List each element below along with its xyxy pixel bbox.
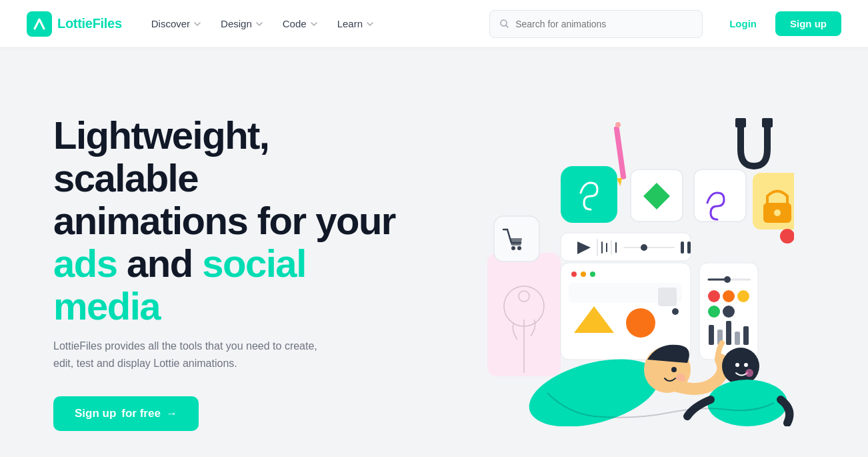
svg-point-7 [581,272,586,277]
svg-rect-31 [694,169,746,221]
logo-link[interactable]: LottieFiles [27,11,122,37]
signup-button[interactable]: Sign up [775,11,841,36]
chevron-down-icon [365,19,375,29]
svg-point-64 [707,380,787,426]
svg-point-50 [641,244,647,251]
svg-rect-27 [743,326,749,345]
svg-point-20 [737,290,749,302]
search-icon [499,19,510,29]
svg-rect-35 [613,125,626,179]
svg-point-63 [745,369,753,377]
svg-point-58 [671,367,677,372]
svg-rect-28 [561,166,617,223]
svg-rect-26 [735,332,740,345]
chevron-down-icon [193,19,202,29]
svg-rect-38 [735,118,746,127]
svg-point-8 [590,272,595,277]
svg-rect-12 [658,288,677,306]
nav-item-discover[interactable]: Discover [143,13,210,35]
svg-point-54 [511,246,515,250]
svg-point-60 [722,348,759,385]
svg-rect-39 [762,118,773,127]
logo-icon [27,11,52,37]
hero-description: LottieFiles provides all the tools that … [53,338,333,372]
svg-rect-51 [681,242,684,254]
svg-point-41 [780,229,794,244]
hero-svg [447,106,794,426]
hero-content: Lightweight, scalable animations for you… [53,114,427,430]
svg-rect-52 [687,242,691,254]
svg-point-17 [724,276,731,283]
nav-actions: Login Sign up [719,11,841,36]
logo-text: LottieFiles [57,16,122,31]
nav-item-design[interactable]: Design [213,13,272,35]
svg-point-22 [723,306,735,318]
svg-point-61 [735,363,739,367]
hero-cta-button[interactable]: Sign up for free → [53,396,199,431]
svg-point-34 [774,209,781,216]
chevron-down-icon [255,19,264,29]
svg-point-55 [517,246,521,250]
search-input[interactable] [515,19,693,29]
hero-title: Lightweight, scalable animations for you… [53,114,400,327]
nav-links: Discover Design Code Learn [143,13,484,35]
chevron-down-icon [309,19,319,29]
svg-rect-23 [709,325,714,345]
svg-point-18 [708,290,720,302]
login-button[interactable]: Login [719,13,767,35]
nav-item-code[interactable]: Code [275,13,327,35]
nav-item-learn[interactable]: Learn [329,13,383,35]
svg-point-11 [626,308,655,338]
hero-illustration [427,106,815,440]
svg-point-21 [708,306,720,318]
svg-point-37 [615,122,621,127]
hero-section: Lightweight, scalable animations for you… [0,48,868,457]
svg-point-6 [571,272,577,277]
svg-point-62 [744,363,748,367]
svg-rect-25 [726,321,731,345]
svg-point-13 [672,308,679,315]
search-bar[interactable] [489,10,703,38]
svg-point-19 [723,290,735,302]
navbar: LottieFiles Discover Design Code Learn [0,0,868,48]
